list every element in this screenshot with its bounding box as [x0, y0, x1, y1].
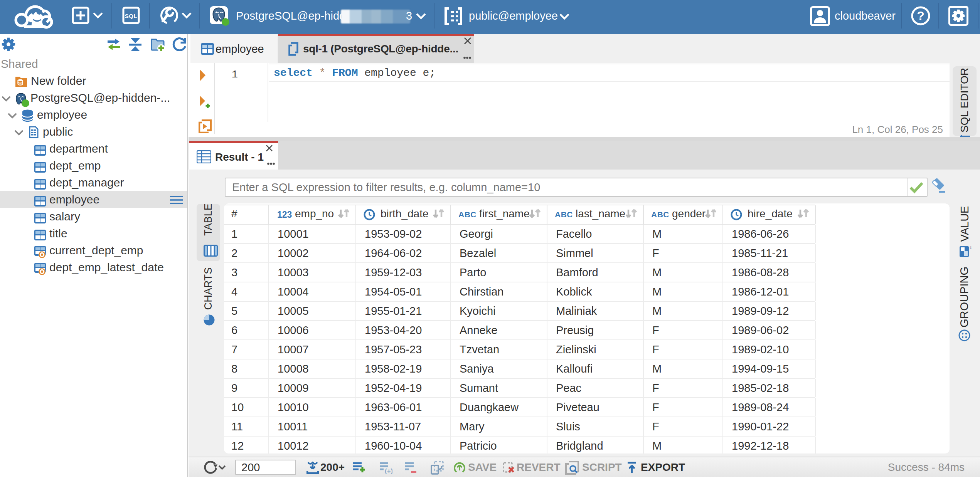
svg-text:?: ? [917, 9, 924, 23]
svg-text:I: I [970, 245, 972, 250]
svg-text:SQL: SQL [125, 13, 137, 19]
svg-text:(+): (+) [385, 467, 392, 474]
